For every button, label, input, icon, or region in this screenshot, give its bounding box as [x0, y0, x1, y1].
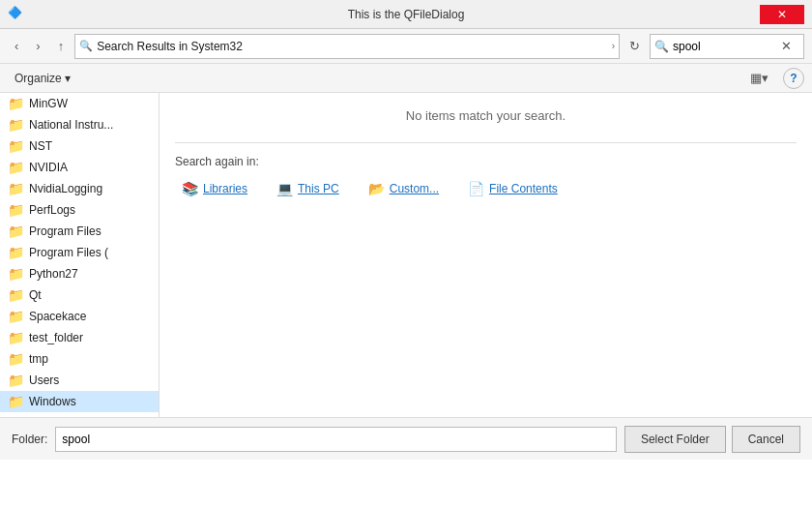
folder-icon: 📁: [8, 224, 24, 239]
folder-icon: 📁: [8, 138, 24, 154]
view-button[interactable]: ▦ ▾: [743, 68, 775, 88]
sidebar-item-tmp[interactable]: 📁 tmp: [0, 348, 159, 370]
address-arrow: ›: [612, 41, 615, 51]
search-option-filecontents[interactable]: 📄 File Contents: [461, 176, 565, 201]
search-again-options: 📚 Libraries 💻 This PC 📂 Custom... 📄 File…: [175, 176, 797, 201]
sidebar-item-label: National Instru...: [29, 118, 113, 132]
sidebar-item-label: Program Files (: [29, 246, 108, 259]
sidebar-item-nvidialog[interactable]: 📁 NvidiaLogging: [0, 178, 159, 199]
app-icon: 🔷: [8, 6, 25, 23]
organize-toolbar: Organize ▾ ▦ ▾ ?: [0, 64, 812, 93]
sidebar-item-xampp[interactable]: 📁 xampp: [0, 412, 159, 417]
folder-icon: 📁: [8, 351, 24, 367]
libraries-label: Libraries: [203, 182, 247, 195]
select-folder-button[interactable]: Select Folder: [624, 426, 726, 453]
organize-arrow-icon: ▾: [65, 72, 71, 85]
sidebar-item-nvidia[interactable]: 📁 NVIDIA: [0, 157, 159, 178]
up-button[interactable]: ↑: [51, 35, 72, 57]
no-results-message: No items match your search.: [175, 108, 797, 123]
sidebar-item-users[interactable]: 📁 Users: [0, 370, 159, 391]
sidebar-item-national[interactable]: 📁 National Instru...: [0, 114, 159, 135]
thispc-icon: 💻: [276, 181, 293, 196]
sidebar-item-programfiles[interactable]: 📁 Program Files: [0, 221, 159, 242]
folder-icon: 📁: [8, 415, 24, 417]
refresh-button[interactable]: ↻: [624, 36, 646, 56]
folder-icon: 📁: [8, 373, 24, 388]
folder-icon: 📁: [8, 266, 24, 282]
back-button[interactable]: ‹: [8, 35, 25, 57]
folder-icon: 📁: [8, 181, 24, 196]
search-input[interactable]: [673, 40, 779, 53]
filecontents-icon: 📄: [468, 181, 484, 196]
sidebar-item-label: Windows: [29, 395, 76, 408]
sidebar-item-perflogs[interactable]: 📁 PerfLogs: [0, 199, 159, 221]
title-bar-left: 🔷: [8, 6, 25, 23]
view-icon: ▦: [750, 71, 762, 85]
navigation-toolbar: ‹ › ↑ 🔍 Search Results in System32 › ↻ 🔍…: [0, 29, 812, 64]
main-panel: No items match your search. Search again…: [160, 93, 812, 417]
sidebar-item-windows[interactable]: 📁 Windows: [0, 391, 159, 412]
sidebar-item-label: test_folder: [29, 331, 83, 344]
folder-icon: 📁: [8, 117, 24, 133]
sidebar-item-label: Qt: [29, 288, 42, 302]
sidebar-item-label: Program Files: [29, 224, 102, 238]
search-option-libraries[interactable]: 📚 Libraries: [175, 176, 254, 201]
sidebar-item-nst[interactable]: 📁 NST: [0, 135, 159, 157]
search-option-custom[interactable]: 📂 Custom...: [362, 176, 446, 201]
title-bar: 🔷 This is the QFileDialog ✕: [0, 0, 812, 29]
view-arrow-icon: ▾: [762, 71, 768, 85]
folder-icon: 📁: [8, 287, 24, 303]
folder-icon: 📁: [8, 309, 24, 324]
sidebar-item-label: tmp: [29, 352, 48, 366]
sidebar-item-label: NvidiaLogging: [29, 182, 102, 195]
sidebar-item-mingw[interactable]: 📁 MinGW: [0, 93, 159, 114]
folder-icon: 📁: [8, 160, 24, 175]
sidebar-item-label: Spacekace: [29, 310, 86, 323]
organize-label: Organize: [14, 72, 62, 85]
sidebar-item-label: Python27: [29, 267, 78, 281]
search-clear-button[interactable]: ✕: [779, 39, 794, 53]
forward-button[interactable]: ›: [29, 35, 46, 57]
sidebar-item-label: MinGW: [29, 97, 68, 110]
address-path: Search Results in System32: [97, 40, 607, 53]
sidebar-item-label: xampp: [29, 416, 64, 417]
address-search-icon: 🔍: [79, 40, 93, 52]
folder-label: Folder:: [12, 433, 47, 446]
sidebar-item-label: NST: [29, 139, 52, 153]
folder-icon: 📁: [8, 96, 24, 111]
sidebar-item-testfolder[interactable]: 📁 test_folder: [0, 327, 159, 348]
cancel-button[interactable]: Cancel: [732, 426, 800, 453]
filecontents-label: File Contents: [489, 182, 558, 195]
sidebar-item-label: PerfLogs: [29, 203, 75, 217]
sidebar-item-qt[interactable]: 📁 Qt: [0, 284, 159, 306]
sidebar-item-python27[interactable]: 📁 Python27: [0, 263, 159, 284]
custom-icon: 📂: [368, 181, 385, 196]
content-area: 📁 MinGW 📁 National Instru... 📁 NST 📁 NVI…: [0, 93, 812, 417]
thispc-label: This PC: [298, 182, 339, 195]
sidebar-item-programfiles86[interactable]: 📁 Program Files (: [0, 242, 159, 263]
action-buttons: Select Folder Cancel: [624, 426, 800, 453]
sidebar[interactable]: 📁 MinGW 📁 National Instru... 📁 NST 📁 NVI…: [0, 93, 160, 417]
search-box[interactable]: 🔍 ✕: [650, 34, 804, 59]
close-button[interactable]: ✕: [760, 5, 804, 24]
folder-input[interactable]: [55, 427, 617, 452]
search-again-label: Search again in:: [175, 155, 797, 168]
window-title: This is the QFileDialog: [0, 8, 812, 21]
folder-icon: 📁: [8, 245, 24, 260]
search-option-thispc[interactable]: 💻 This PC: [270, 176, 346, 201]
bottom-bar: Folder: Select Folder Cancel: [0, 417, 812, 460]
sidebar-item-label: Users: [29, 374, 59, 387]
title-bar-buttons: ✕: [760, 5, 804, 24]
search-icon: 🔍: [654, 40, 669, 53]
sidebar-item-label: NVIDIA: [29, 161, 68, 174]
libraries-icon: 📚: [182, 181, 198, 196]
folder-icon: 📁: [8, 394, 24, 409]
folder-icon: 📁: [8, 202, 24, 218]
address-bar[interactable]: 🔍 Search Results in System32 ›: [74, 34, 620, 59]
organize-button[interactable]: Organize ▾: [8, 69, 77, 88]
custom-label: Custom...: [390, 182, 439, 195]
help-button[interactable]: ?: [783, 68, 804, 89]
sidebar-item-spacekace[interactable]: 📁 Spacekace: [0, 306, 159, 327]
folder-icon: 📁: [8, 330, 24, 345]
